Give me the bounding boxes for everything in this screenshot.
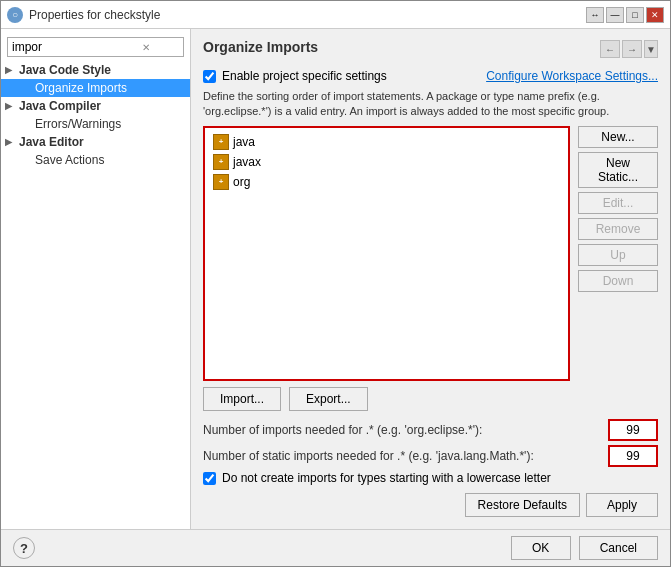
imports-buttons: New... New Static... Edit... Remove Up D… [578,126,658,381]
dialog-title: Properties for checkstyle [29,8,160,22]
imports-count-label: Number of imports needed for .* (e.g. 'o… [203,423,602,437]
sidebar-item-java-code-style[interactable]: ▶ Java Code Style [1,61,190,79]
sidebar-search-input[interactable] [8,38,138,56]
minimize-button[interactable]: — [606,7,624,23]
title-bar-controls: ↔ — □ ✕ [586,7,664,23]
arrow-icon: ▶ [5,65,19,75]
description-text: Define the sorting order of import state… [203,89,658,120]
restore-apply-row: Restore Defaults Apply [203,493,658,517]
import-label-java: java [233,135,255,149]
new-static-button[interactable]: New Static... [578,152,658,188]
static-imports-count-label: Number of static imports needed for .* (… [203,449,602,463]
nav-dropdown-button[interactable]: ▼ [644,40,658,58]
title-bar: ○ Properties for checkstyle ↔ — □ ✕ [1,1,670,29]
title-bar-left: ○ Properties for checkstyle [7,7,160,23]
export-button[interactable]: Export... [289,387,368,411]
lowercase-checkbox[interactable] [203,472,216,485]
package-icon: + [213,154,229,170]
sidebar-item-save-actions[interactable]: Save Actions [1,151,190,169]
main-panel: Organize Imports ← → ▼ Enable project sp… [191,29,670,529]
sidebar-item-java-editor[interactable]: ▶ Java Editor [1,133,190,151]
close-button[interactable]: ✕ [646,7,664,23]
arrow-icon: ▶ [5,101,19,111]
apply-button[interactable]: Apply [586,493,658,517]
restore-defaults-button[interactable]: Restore Defaults [465,493,580,517]
sidebar-item-organize-imports[interactable]: Organize Imports [1,79,190,97]
enable-settings-row: Enable project specific settings Configu… [203,69,658,83]
lowercase-checkbox-row: Do not create imports for types starting… [203,471,658,485]
import-item-javax[interactable]: + javax [209,152,564,172]
remove-button[interactable]: Remove [578,218,658,240]
content: ✕ ▶ Java Code Style Organize Imports ▶ J… [1,29,670,529]
dialog: ○ Properties for checkstyle ↔ — □ ✕ ✕ ▶ … [0,0,671,567]
sidebar-search-box[interactable]: ✕ [7,37,184,57]
nav-back-button[interactable]: ← [600,40,620,58]
imports-count-row: Number of imports needed for .* (e.g. 'o… [203,419,658,441]
imports-area: + java + javax + org New... New Static..… [203,126,658,381]
import-label-org: org [233,175,250,189]
maximize-button[interactable]: □ [626,7,644,23]
new-button[interactable]: New... [578,126,658,148]
footer-right: OK Cancel [511,536,658,560]
help-button[interactable]: ? [13,537,35,559]
lowercase-label: Do not create imports for types starting… [222,471,551,485]
import-item-org[interactable]: + org [209,172,564,192]
ok-button[interactable]: OK [511,536,571,560]
static-imports-count-input[interactable]: 99 [608,445,658,467]
clear-icon[interactable]: ✕ [138,40,154,55]
enable-settings-checkbox[interactable] [203,70,216,83]
configure-workspace-link[interactable]: Configure Workspace Settings... [486,69,658,83]
panel-title: Organize Imports [203,39,318,55]
import-label-javax: javax [233,155,261,169]
enable-settings-label: Enable project specific settings [222,69,387,83]
package-icon: + [213,174,229,190]
edit-button[interactable]: Edit... [578,192,658,214]
down-button[interactable]: Down [578,270,658,292]
imports-list[interactable]: + java + javax + org [203,126,570,381]
up-button[interactable]: Up [578,244,658,266]
import-button[interactable]: Import... [203,387,281,411]
static-imports-count-row: Number of static imports needed for .* (… [203,445,658,467]
nav-forward-button[interactable]: → [622,40,642,58]
sidebar-item-errors-warnings[interactable]: Errors/Warnings [1,115,190,133]
app-icon: ○ [7,7,23,23]
import-item-java[interactable]: + java [209,132,564,152]
sidebar: ✕ ▶ Java Code Style Organize Imports ▶ J… [1,29,191,529]
sidebar-item-java-compiler[interactable]: ▶ Java Compiler [1,97,190,115]
arrow-icon: ▶ [5,137,19,147]
nav-bar: ← → ▼ [600,40,658,58]
footer-left: ? [13,537,35,559]
imports-count-input[interactable]: 99 [608,419,658,441]
exchange-button[interactable]: ↔ [586,7,604,23]
footer: ? OK Cancel [1,529,670,566]
cancel-button[interactable]: Cancel [579,536,658,560]
import-export-row: Import... Export... [203,387,658,411]
package-icon: + [213,134,229,150]
